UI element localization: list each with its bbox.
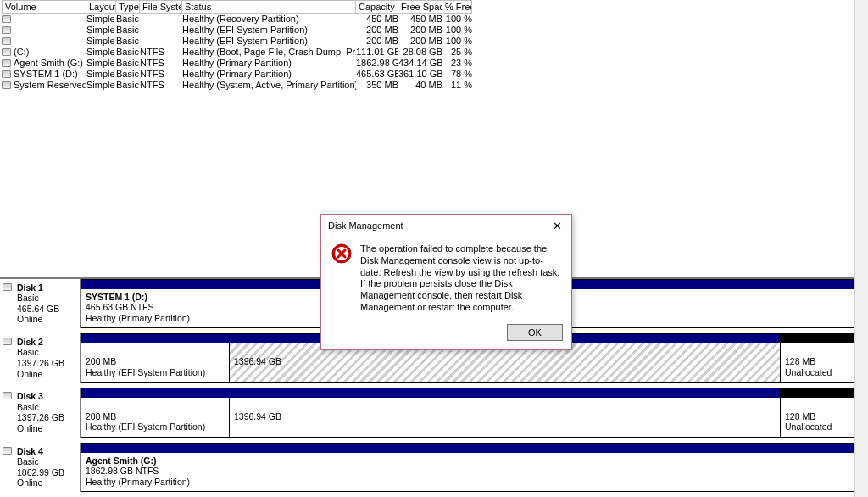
disk-row: Disk 4Basic1862.99 GBOnlineAgent Smith (… bbox=[0, 443, 868, 497]
volume-row[interactable]: SYSTEM 1 (D:)SimpleBasicNTFSHealthy (Pri… bbox=[0, 69, 868, 80]
volume-row[interactable]: System ReservedSimpleBasicNTFSHealthy (S… bbox=[0, 80, 868, 91]
partition-color-bar bbox=[781, 334, 855, 343]
col-layout[interactable]: Layout bbox=[86, 0, 116, 14]
dialog-close-button[interactable]: ✕ bbox=[549, 221, 565, 232]
partition-color-bar bbox=[81, 388, 229, 398]
partition-color-bar bbox=[781, 388, 855, 398]
volume-row[interactable]: Agent Smith (G:)SimpleBasicNTFSHealthy (… bbox=[0, 58, 868, 69]
drive-icon bbox=[2, 26, 11, 34]
partition-info: 128 MBUnallocated bbox=[781, 343, 855, 382]
dialog-message: The operation failed to complete because… bbox=[360, 243, 561, 314]
disk-label[interactable]: Disk 3Basic1397.26 GBOnline bbox=[0, 388, 81, 437]
volume-table: Volume Layout Type File System Status Ca… bbox=[0, 0, 868, 91]
col-filesystem[interactable]: File System bbox=[140, 0, 182, 14]
disk-row: Disk 3Basic1397.26 GBOnline200 MBHealthy… bbox=[0, 388, 868, 442]
partition-info: Agent Smith (G:)1862.98 GB NTFSHealthy (… bbox=[81, 453, 855, 491]
volume-row[interactable]: SimpleBasicHealthy (EFI System Partition… bbox=[0, 36, 868, 47]
partition-color-bar bbox=[81, 334, 229, 343]
col-type[interactable]: Type bbox=[116, 0, 140, 14]
partition[interactable]: 128 MBUnallocated bbox=[781, 334, 855, 382]
partition-info: 128 MBUnallocated bbox=[781, 398, 855, 436]
col-status[interactable]: Status bbox=[182, 0, 356, 14]
partition[interactable]: 1396.94 GB bbox=[230, 388, 781, 436]
col-volume[interactable]: Volume bbox=[2, 0, 86, 14]
disk-icon bbox=[3, 392, 12, 399]
partition-color-bar bbox=[230, 388, 780, 398]
drive-icon bbox=[2, 59, 11, 67]
partition-info: 200 MBHealthy (EFI System Partition) bbox=[81, 343, 229, 382]
partition[interactable]: Agent Smith (G:)1862.98 GB NTFSHealthy (… bbox=[81, 444, 855, 491]
volume-row[interactable]: SimpleBasicHealthy (EFI System Partition… bbox=[0, 25, 868, 36]
partition[interactable]: 200 MBHealthy (EFI System Partition) bbox=[81, 334, 230, 382]
disk-partitions: 200 MBHealthy (EFI System Partition)1396… bbox=[81, 388, 868, 437]
dialog-title: Disk Management bbox=[328, 221, 549, 231]
volume-table-header: Volume Layout Type File System Status Ca… bbox=[0, 0, 868, 14]
col-capacity[interactable]: Capacity bbox=[356, 0, 398, 14]
disk-label[interactable]: Disk 2Basic1397.26 GBOnline bbox=[0, 333, 81, 383]
drive-icon bbox=[2, 15, 11, 23]
drive-icon bbox=[2, 48, 11, 56]
partition[interactable]: 200 MBHealthy (EFI System Partition) bbox=[81, 388, 230, 436]
partition[interactable]: 128 MBUnallocated bbox=[781, 388, 855, 436]
disk-label[interactable]: Disk 4Basic1862.99 GBOnline bbox=[0, 443, 81, 492]
disk-partitions: Agent Smith (G:)1862.98 GB NTFSHealthy (… bbox=[81, 443, 868, 492]
dialog-titlebar[interactable]: Disk Management ✕ bbox=[321, 215, 571, 237]
drive-icon bbox=[2, 81, 11, 89]
error-icon bbox=[331, 243, 352, 314]
volume-row[interactable]: (C:)SimpleBasicNTFSHealthy (Boot, Page F… bbox=[0, 47, 868, 58]
partition-info: 200 MBHealthy (EFI System Partition) bbox=[81, 398, 229, 436]
volume-row[interactable]: SimpleBasicHealthy (Recovery Partition)4… bbox=[0, 14, 868, 25]
partition-color-bar bbox=[81, 444, 855, 453]
partition-info: 1396.94 GB bbox=[230, 398, 780, 436]
disk-label[interactable]: Disk 1Basic465.64 GBOnline bbox=[0, 279, 81, 328]
error-dialog: Disk Management ✕ The operation failed t… bbox=[320, 214, 572, 350]
col-freespace[interactable]: Free Space bbox=[398, 0, 442, 14]
drive-icon bbox=[2, 37, 11, 45]
drive-icon bbox=[2, 70, 11, 78]
vertical-scrollbar[interactable] bbox=[854, 0, 868, 497]
col-pctfree[interactable]: % Free bbox=[442, 0, 472, 14]
dialog-ok-button[interactable]: OK bbox=[507, 324, 563, 341]
disk-icon bbox=[3, 447, 12, 455]
disk-icon bbox=[3, 283, 12, 291]
disk-icon bbox=[3, 338, 12, 345]
